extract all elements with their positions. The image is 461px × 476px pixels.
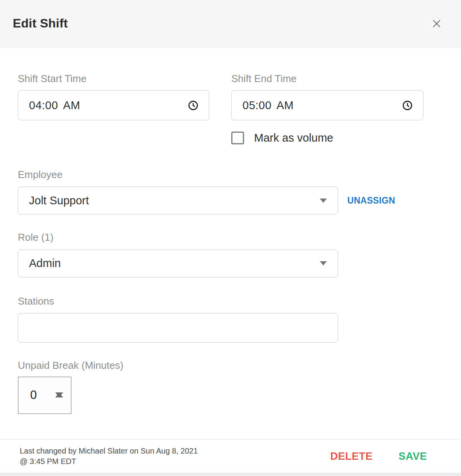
unpaid-break-stepper[interactable]: 0 (18, 377, 72, 414)
last-changed-line2: @ 3:45 PM EDT (20, 456, 198, 467)
dialog-title: Edit Shift (13, 16, 68, 31)
stepper-arrows (55, 390, 63, 401)
last-changed-text: Last changed by Michael Slater on Sun Au… (20, 446, 198, 467)
dialog-footer: Last changed by Michael Slater on Sun Au… (0, 439, 461, 473)
shift-end-label: Shift End Time (231, 73, 423, 85)
shift-start-time-value: 04:00 AM (29, 99, 80, 112)
shift-start-label: Shift Start Time (18, 73, 209, 85)
unpaid-break-value[interactable]: 0 (30, 388, 37, 402)
chevron-down-icon (320, 199, 327, 203)
stations-input[interactable] (18, 313, 338, 342)
employee-row: Jolt Support UNASSIGN (18, 181, 461, 214)
role-selected-value: Admin (29, 257, 61, 270)
employee-select[interactable]: Jolt Support (18, 187, 338, 214)
stations-label: Stations (18, 295, 461, 307)
shift-end-group: Shift End Time 05:00 AM Mark as volume (231, 73, 423, 144)
unassign-link[interactable]: UNASSIGN (347, 195, 395, 206)
close-icon (431, 25, 442, 31)
chevron-down-icon (320, 261, 327, 265)
mark-as-volume-label[interactable]: Mark as volume (254, 132, 333, 144)
mark-as-volume-row: Mark as volume (231, 132, 423, 144)
unpaid-break-label: Unpaid Break (Minutes) (18, 360, 461, 372)
last-changed-line1: Last changed by Michael Slater on Sun Au… (20, 446, 198, 456)
clock-icon[interactable] (402, 100, 413, 111)
shift-start-time-input[interactable]: 04:00 AM (18, 90, 209, 120)
shift-end-time-value: 05:00 AM (242, 99, 294, 112)
role-select[interactable]: Admin (18, 250, 338, 277)
mark-as-volume-checkbox[interactable] (231, 132, 244, 144)
modal-bottom-edge (0, 473, 461, 476)
delete-button[interactable]: DELETE (330, 450, 373, 462)
employee-label: Employee (18, 169, 461, 181)
edit-shift-dialog: Edit Shift Shift Start Time 04:00 AM (0, 0, 461, 476)
save-button[interactable]: SAVE (398, 450, 427, 462)
dialog-header: Edit Shift (0, 0, 461, 47)
shift-start-group: Shift Start Time 04:00 AM (18, 73, 209, 144)
close-button[interactable] (429, 16, 444, 31)
dialog-body: Shift Start Time 04:00 AM Shift End Time… (0, 47, 461, 439)
clock-icon[interactable] (188, 100, 199, 111)
shift-times-row: Shift Start Time 04:00 AM Shift End Time… (18, 73, 461, 144)
chevron-down-icon (55, 392, 63, 403)
role-label: Role (1) (18, 231, 461, 243)
employee-selected-value: Jolt Support (29, 194, 89, 207)
shift-end-time-input[interactable]: 05:00 AM (231, 90, 423, 120)
